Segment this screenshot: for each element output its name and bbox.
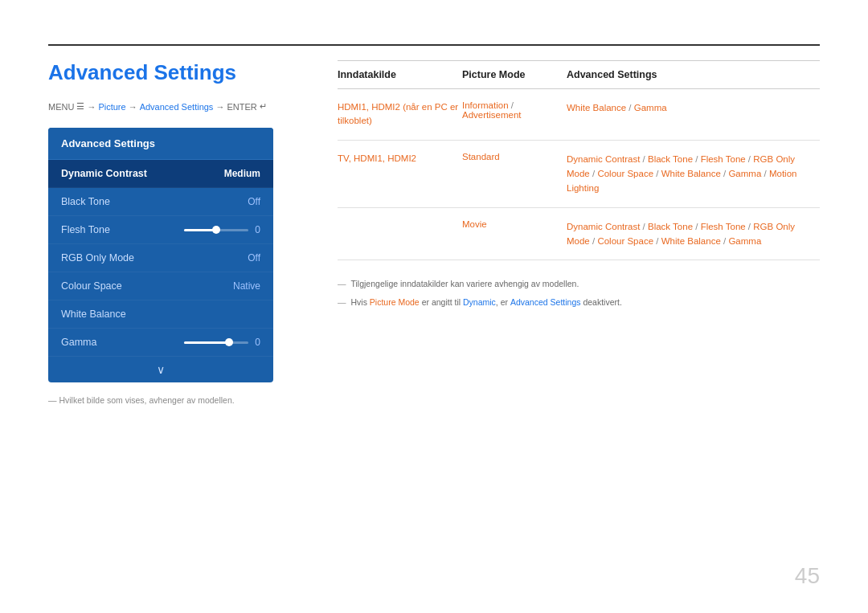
- cell-advanced-1: White Balance / Gamma: [567, 100, 820, 115]
- cell-advanced-3: Dynamic Contrast / Black Tone / Flesh To…: [567, 219, 820, 249]
- item-value-flesh-tone: 0: [255, 224, 260, 235]
- gamma-slider-thumb: [225, 338, 233, 346]
- header-mode: Picture Mode: [462, 69, 567, 80]
- gamma-slider-track[interactable]: [184, 341, 248, 344]
- panel-item-flesh-tone[interactable]: Flesh Tone 0: [48, 216, 273, 244]
- flesh-tone-slider-thumb: [212, 226, 220, 234]
- item-value-black-tone: Off: [248, 196, 260, 207]
- panel-item-colour-space[interactable]: Colour Space Native: [48, 272, 273, 300]
- item-label-dynamic-contrast: Dynamic Contrast: [61, 168, 147, 179]
- item-value-rgb-only-mode: Off: [248, 252, 260, 264]
- flesh-tone-slider-fill: [184, 229, 216, 231]
- item-label-rgb-only-mode: RGB Only Mode: [61, 252, 134, 264]
- cell-mode-3: Movie: [462, 219, 567, 229]
- breadcrumb-arrow3: →: [215, 102, 224, 112]
- breadcrumb-enter-icon: ↵: [260, 101, 267, 112]
- sep-1: /: [509, 100, 514, 110]
- note-text-1: Tilgjengelige inndatakilder kan variere …: [351, 276, 579, 292]
- table-row: HDMI1, HDMI2 (når en PC er tilkoblet) In…: [338, 89, 820, 141]
- item-value-gamma: 0: [255, 337, 260, 348]
- item-label-gamma: Gamma: [61, 337, 96, 348]
- breadcrumb-arrow1: →: [87, 102, 96, 112]
- note-line-1: ― Tilgjengelige inndatakilder kan varier…: [338, 276, 820, 292]
- cell-mode-1: Information / Advertisement: [462, 100, 567, 120]
- item-label-colour-space: Colour Space: [61, 280, 122, 292]
- item-value-colour-space: Native: [233, 280, 260, 292]
- page-title: Advanced Settings: [48, 60, 338, 85]
- highlight-picture-mode: Picture Mode: [370, 297, 420, 307]
- header-advanced: Advanced Settings: [567, 69, 820, 80]
- cell-advanced-2: Dynamic Contrast / Black Tone / Flesh To…: [567, 152, 820, 196]
- adv-gamma-1: Gamma: [634, 103, 667, 112]
- panel-item-rgb-only-mode[interactable]: RGB Only Mode Off: [48, 244, 273, 272]
- note-text-2: Hvis Picture Mode er angitt til Dynamic,…: [351, 295, 622, 310]
- gamma-slider-fill: [184, 341, 229, 344]
- table-row: Movie Dynamic Contrast / Black Tone / Fl…: [338, 208, 820, 261]
- table-header: Inndatakilde Picture Mode Advanced Setti…: [338, 61, 820, 89]
- adv-white-balance-1: White Balance: [567, 103, 626, 112]
- panel-item-gamma[interactable]: Gamma 0: [48, 329, 273, 357]
- item-label-white-balance: White Balance: [61, 309, 126, 320]
- footer-note-left: ― Hvilket bilde som vises, avhenger av m…: [48, 395, 338, 405]
- breadcrumb-link2[interactable]: Advanced Settings: [140, 102, 214, 112]
- panel-item-black-tone[interactable]: Black Tone Off: [48, 188, 273, 216]
- mode-movie: Movie: [462, 219, 487, 229]
- breadcrumb-menu-icon: ☰: [76, 101, 84, 112]
- cell-input-1: HDMI1, HDMI2 (når en PC er tilkoblet): [338, 100, 462, 129]
- highlight-dynamic: Dynamic: [463, 297, 496, 307]
- highlight-advanced-settings: Advanced Settings: [510, 297, 581, 307]
- panel-chevron-down[interactable]: ∨: [48, 357, 273, 382]
- note-dash-1: ―: [338, 276, 346, 292]
- breadcrumb-arrow2: →: [129, 102, 137, 112]
- mode-advertisement: Advertisement: [462, 110, 522, 120]
- note-dash-2: ―: [338, 295, 346, 310]
- panel-item-dynamic-contrast[interactable]: Dynamic Contrast Medium: [48, 160, 273, 188]
- panel-title: Advanced Settings: [48, 128, 273, 160]
- flesh-tone-slider-container: 0: [184, 224, 260, 235]
- item-label-flesh-tone: Flesh Tone: [61, 224, 110, 235]
- page-number: 45: [795, 563, 820, 589]
- panel-item-white-balance[interactable]: White Balance: [48, 300, 273, 329]
- item-label-black-tone: Black Tone: [61, 196, 110, 207]
- gamma-slider-container: 0: [184, 337, 260, 348]
- mode-info: Information: [462, 100, 509, 110]
- mode-standard: Standard: [462, 152, 500, 161]
- breadcrumb-link1[interactable]: Picture: [98, 102, 125, 112]
- flesh-tone-slider-track[interactable]: [184, 229, 248, 231]
- top-divider: [48, 44, 820, 46]
- settings-panel: Advanced Settings Dynamic Contrast Mediu…: [48, 128, 273, 382]
- breadcrumb-menu: MENU: [48, 102, 74, 112]
- notes-section: ― Tilgjengelige inndatakilder kan varier…: [338, 276, 820, 310]
- breadcrumb-enter: ENTER: [227, 102, 256, 112]
- item-value-dynamic-contrast: Medium: [224, 168, 260, 179]
- cell-input-2: TV, HDMI1, HDMI2: [338, 152, 462, 166]
- header-input: Inndatakilde: [338, 69, 462, 80]
- right-section: Inndatakilde Picture Mode Advanced Setti…: [338, 60, 820, 313]
- left-section: Advanced Settings MENU ☰ → Picture → Adv…: [48, 60, 338, 405]
- note-line-2: ― Hvis Picture Mode er angitt til Dynami…: [338, 295, 820, 310]
- cell-mode-2: Standard: [462, 152, 567, 161]
- table-row: TV, HDMI1, HDMI2 Standard Dynamic Contra…: [338, 141, 820, 208]
- breadcrumb: MENU ☰ → Picture → Advanced Settings → E…: [48, 101, 338, 112]
